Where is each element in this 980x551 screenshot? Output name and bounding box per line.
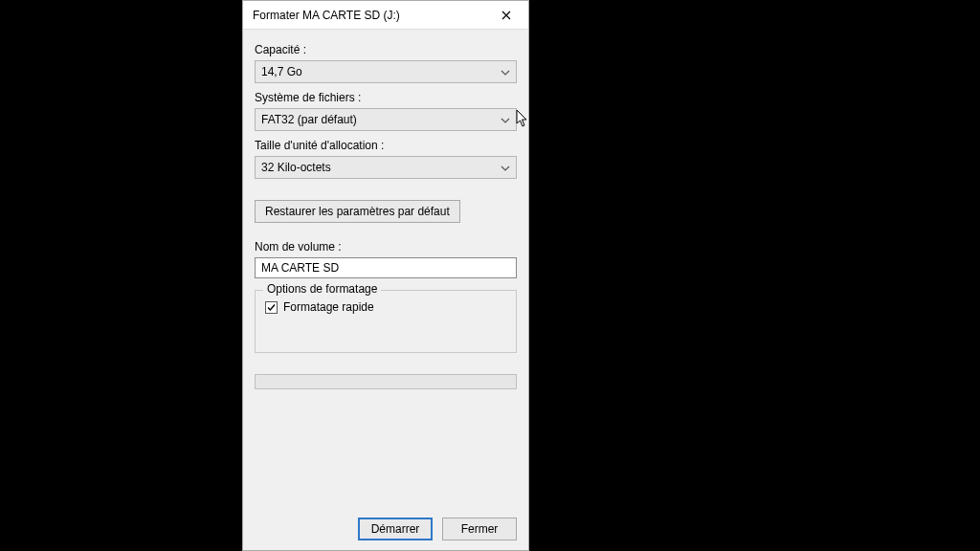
capacity-label: Capacité : (255, 43, 517, 56)
quick-format-row: Formatage rapide (265, 300, 506, 314)
quick-format-label: Formatage rapide (283, 300, 374, 314)
start-button[interactable]: Démarrer (358, 518, 433, 540)
volume-name-input[interactable]: MA CARTE SD (255, 257, 517, 278)
format-options-fieldset: Options de formatage Formatage rapide (255, 290, 517, 353)
capacity-value: 14,7 Go (261, 65, 501, 78)
restore-defaults-row: Restaurer les paramètres par défaut (255, 200, 517, 223)
volume-label: Nom de volume : (255, 240, 517, 253)
format-options-legend: Options de formatage (263, 282, 381, 296)
restore-defaults-button[interactable]: Restaurer les paramètres par défaut (255, 200, 460, 223)
close-icon[interactable] (492, 2, 521, 29)
allocation-label: Taille d'unité d'allocation : (255, 139, 517, 152)
allocation-value: 32 Kilo-octets (261, 161, 501, 174)
dialog-footer: Démarrer Fermer (255, 500, 517, 540)
filesystem-select[interactable]: FAT32 (par défaut) (255, 108, 517, 131)
dialog-body: Capacité : 14,7 Go Système de fichiers :… (243, 30, 528, 550)
format-dialog: Formater MA CARTE SD (J:) Capacité : 14,… (242, 0, 529, 551)
filesystem-value: FAT32 (par défaut) (261, 113, 501, 126)
dialog-title: Formater MA CARTE SD (J:) (253, 9, 492, 22)
quick-format-checkbox[interactable] (265, 301, 278, 314)
progress-bar (255, 374, 517, 389)
capacity-select[interactable]: 14,7 Go (255, 60, 517, 83)
chevron-down-icon (501, 115, 510, 125)
filesystem-label: Système de fichiers : (255, 91, 517, 104)
close-button[interactable]: Fermer (442, 518, 517, 540)
allocation-select[interactable]: 32 Kilo-octets (255, 156, 517, 179)
titlebar: Formater MA CARTE SD (J:) (243, 1, 528, 30)
chevron-down-icon (501, 67, 510, 77)
volume-name-value: MA CARTE SD (261, 261, 339, 275)
chevron-down-icon (501, 163, 510, 173)
